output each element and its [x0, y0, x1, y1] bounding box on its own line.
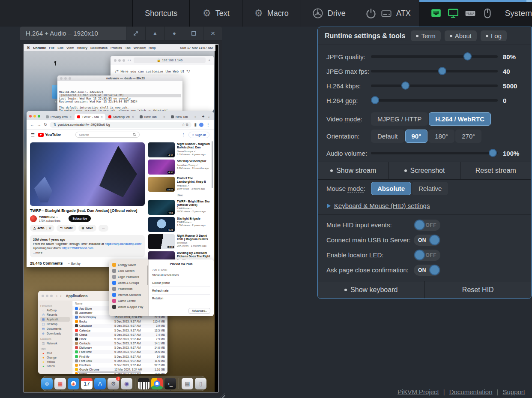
suggested-channel: TWRPtube ♪ — [177, 221, 206, 223]
reset-hid-button[interactable]: Reset HID — [425, 281, 532, 298]
h264-kbps-slider[interactable] — [371, 84, 498, 87]
app-icon — [75, 307, 78, 310]
sidebar-item[interactable]: ◫Network — [40, 341, 70, 346]
mute-hid-label: Mute HID input events: — [326, 221, 414, 229]
finder-row: Find My 5 Dec 2023, 9:37 AM 34 MB — [72, 354, 167, 359]
nav-item-label: Macro — [267, 9, 289, 18]
stream-window-header[interactable]: H.264 + Audio – 1920x10 ▲ ● × — [20, 27, 222, 40]
orientation-default-button[interactable]: Default — [371, 130, 404, 143]
channel-row: TWRPtube ♪ 175K subscribers Subscribe — [30, 215, 145, 222]
sidebar-item[interactable]: ●Red — [40, 351, 70, 355]
audio-volume-slider[interactable] — [371, 152, 498, 154]
show-stream-button[interactable]: Show stream — [318, 162, 389, 179]
dock-glyph: 17 — [84, 381, 90, 386]
stream-close-button[interactable]: × — [203, 27, 222, 40]
h264-gop-slider[interactable] — [371, 99, 498, 102]
close-icon: × — [210, 29, 215, 38]
sidebar-item-icon: ● — [42, 360, 45, 363]
video-mode-h264-button[interactable]: H.264 / WebRTC — [429, 112, 491, 126]
traffic-lights — [29, 115, 40, 118]
orientation-180-button[interactable]: 180° — [428, 130, 454, 143]
horizontal-scrollbar[interactable] — [77, 371, 141, 373]
footer: PiKVM Project | Documentation | Support — [398, 388, 525, 395]
stream-expand-button[interactable] — [126, 27, 145, 40]
suggested-channel: GameGrumps ✓ — [177, 150, 210, 153]
share-button: ↷Share — [57, 225, 76, 232]
sidebar-item[interactable]: ◴Recents — [40, 312, 70, 317]
video-description: 20M views 4 years ago From the album "To… — [30, 235, 145, 258]
slider-knob[interactable] — [489, 149, 497, 157]
close-confirmation-toggle[interactable]: ON — [414, 265, 440, 276]
nav-item-text[interactable]: ⚙ Text — [190, 0, 242, 27]
settings-item-icon — [112, 275, 116, 279]
sidebar-item-icon: ▢ — [42, 323, 45, 326]
orientation-90-button[interactable]: 90° — [405, 130, 428, 143]
settings-sidebar-item: Login Password — [111, 274, 146, 280]
suggested-title: TWRP - Bright Blue Sky (Official Video) — [177, 200, 210, 207]
scrollbar[interactable] — [212, 141, 213, 188]
hid-settings-link[interactable]: Keyboard & Mouse (HID) settings — [334, 202, 430, 209]
about-button[interactable]: About — [445, 30, 477, 41]
channel-name: TWRPtube ♪ — [39, 215, 60, 219]
slider-knob[interactable] — [401, 81, 409, 90]
nav-item-drive[interactable]: Drive — [301, 0, 358, 27]
app-icon — [75, 350, 78, 353]
nav-item-system[interactable]: System — [505, 9, 532, 18]
omnibox-icons: ☆ ⧉ — [182, 123, 188, 127]
reset-stream-button[interactable]: Reset stream — [460, 162, 531, 179]
log-button[interactable]: Log — [481, 30, 507, 41]
orientation-270-button[interactable]: 270° — [455, 130, 481, 143]
forward-icon: → — [37, 122, 41, 127]
sidebar-item-icon: ◴ — [42, 313, 45, 317]
stream-fullscreen-button[interactable] — [184, 27, 203, 40]
jpeg-fps-slider[interactable] — [371, 70, 498, 72]
file-size: 34 MB — [148, 355, 165, 358]
slider-knob[interactable] — [438, 67, 446, 75]
sidebar-item[interactable]: ◌AirDrop — [40, 308, 70, 312]
finder-row: Calendar 5 Dec 2023, 9:37 AM 13.5 MB — [72, 328, 167, 332]
sidebar-item[interactable]: ⊖Downloads — [40, 331, 70, 336]
locator-led-toggle[interactable]: OFF — [414, 250, 440, 261]
sidebar-item[interactable]: ▤Documents — [40, 326, 70, 331]
mouse-absolute-button[interactable]: Absolute — [371, 182, 411, 195]
mouse-relative-button[interactable]: Relative — [412, 182, 448, 195]
jpeg-quality-slider[interactable] — [371, 55, 498, 58]
subscribe-button: Subscribe — [69, 215, 91, 222]
settings-scrollbar[interactable] — [147, 265, 148, 285]
video-mode-mjpeg-button[interactable]: MJPEG / HTTP — [371, 112, 428, 126]
toggle-knob — [429, 235, 440, 245]
screenshot-button[interactable]: Screenshot — [389, 162, 460, 179]
settings-item-label: Wallet & Apple Pay — [118, 305, 143, 308]
window-resize-handle[interactable] — [219, 393, 225, 398]
nav-item-atx[interactable]: ATX — [357, 0, 419, 27]
connect-usb-toggle[interactable]: ON — [414, 235, 440, 246]
fan-icon — [312, 8, 323, 19]
sidebar-item-icon: ● — [42, 356, 45, 359]
running-indicator-dot — [156, 390, 158, 392]
sidebar-item[interactable]: ●Yellow — [40, 359, 70, 364]
slider-knob[interactable] — [463, 52, 472, 60]
stream-move-up-button[interactable]: ▲ — [145, 27, 164, 40]
nav-spacer — [0, 0, 133, 27]
finder-row: Font Book 5 Dec 2023, 9:37 AM 11.5 MB — [72, 359, 167, 363]
nav-item-macro[interactable]: ⚙ Macro — [242, 0, 301, 27]
show-keyboard-button[interactable]: Show keyboard — [318, 281, 425, 298]
remote-screen-surface[interactable]: ⌘ChromeFileEditViewHistoryBookmarksProfi… — [24, 44, 218, 392]
display-status-icon — [448, 8, 459, 19]
support-link[interactable]: Support — [502, 388, 525, 395]
sidebar-item[interactable]: ●Green — [40, 364, 70, 368]
app-name: Books — [79, 320, 87, 323]
slider-knob[interactable] — [371, 96, 379, 104]
mute-hid-toggle[interactable]: OFF — [414, 220, 440, 231]
nav-item-shortcuts[interactable]: Shortcuts — [133, 0, 190, 27]
sidebar-item[interactable]: ▦Applicati.. — [40, 317, 70, 322]
pikvm-project-link[interactable]: PiKVM Project — [398, 388, 439, 395]
term-button[interactable]: Term — [411, 30, 440, 41]
sidebar-item[interactable]: ▢Desktop — [40, 322, 70, 326]
macos-menu-item: Help — [149, 46, 155, 50]
documentation-link[interactable]: Documentation — [449, 388, 493, 395]
server-box-icon — [381, 8, 392, 19]
running-indicator-dot — [113, 390, 114, 392]
sidebar-item[interactable]: ●Orange — [40, 355, 70, 359]
stream-dot-button[interactable]: ● — [164, 27, 184, 40]
